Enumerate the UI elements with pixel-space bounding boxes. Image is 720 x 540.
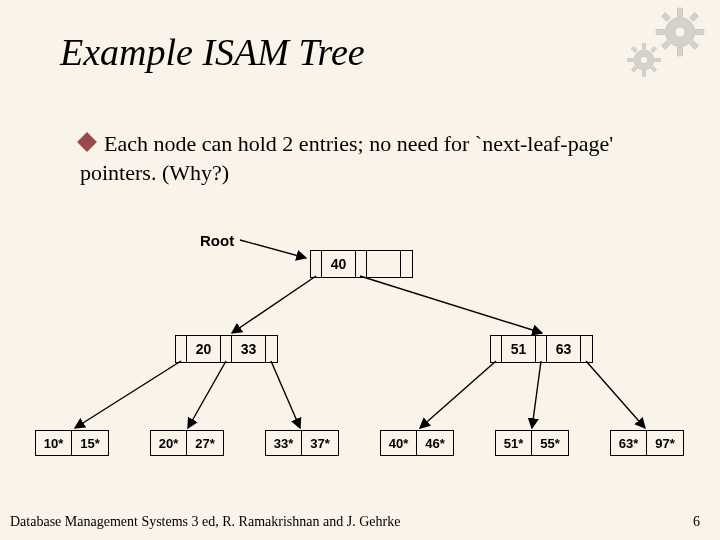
key-cell: 63 <box>547 336 581 362</box>
data-cell: 15* <box>72 431 108 455</box>
svg-rect-5 <box>696 29 704 34</box>
svg-line-25 <box>271 361 300 428</box>
svg-rect-8 <box>690 13 699 22</box>
key-cell <box>367 251 401 277</box>
pointer-slot <box>401 251 412 277</box>
svg-line-28 <box>586 361 645 428</box>
footer-text: Database Management Systems 3 ed, R. Ram… <box>10 514 400 530</box>
svg-line-24 <box>188 361 226 428</box>
svg-rect-3 <box>677 48 682 56</box>
pointer-slot <box>176 336 187 362</box>
data-cell: 40* <box>381 431 417 455</box>
svg-point-11 <box>640 56 647 63</box>
data-cell: 10* <box>36 431 72 455</box>
data-cell: 51* <box>496 431 532 455</box>
tree-root-node: 40 <box>310 250 413 278</box>
tree-index-node: 51 63 <box>490 335 593 363</box>
data-cell: 97* <box>647 431 683 455</box>
data-cell: 27* <box>187 431 223 455</box>
bullet-item: Each node can hold 2 entries; no need fo… <box>80 130 640 187</box>
data-cell: 37* <box>302 431 338 455</box>
tree-leaf-node: 63* 97* <box>610 430 684 456</box>
pointer-slot <box>356 251 367 277</box>
data-cell: 55* <box>532 431 568 455</box>
key-cell: 20 <box>187 336 221 362</box>
svg-rect-16 <box>631 47 637 53</box>
svg-rect-12 <box>642 43 646 49</box>
svg-line-27 <box>532 361 541 428</box>
svg-rect-18 <box>651 47 657 53</box>
svg-rect-2 <box>677 8 682 16</box>
data-cell: 33* <box>266 431 302 455</box>
tree-leaf-node: 40* 46* <box>380 430 454 456</box>
tree-leaf-node: 33* 37* <box>265 430 339 456</box>
tree-leaf-node: 51* 55* <box>495 430 569 456</box>
slide: Example ISAM Tree Each node can hold 2 e… <box>0 0 720 540</box>
svg-line-21 <box>232 276 316 333</box>
svg-rect-14 <box>627 58 633 62</box>
tree-leaf-node: 20* 27* <box>150 430 224 456</box>
data-cell: 63* <box>611 431 647 455</box>
key-cell: 51 <box>502 336 536 362</box>
svg-line-20 <box>240 240 306 258</box>
svg-line-22 <box>360 276 542 333</box>
bullet-diamond-icon <box>77 132 97 152</box>
pointer-slot <box>221 336 232 362</box>
gear-icon <box>626 42 662 78</box>
svg-rect-15 <box>655 58 661 62</box>
pointer-slot <box>266 336 277 362</box>
svg-line-23 <box>75 361 181 428</box>
key-cell: 40 <box>322 251 356 277</box>
svg-rect-13 <box>642 71 646 77</box>
page-title: Example ISAM Tree <box>60 30 365 74</box>
svg-rect-6 <box>662 13 671 22</box>
pointer-slot <box>491 336 502 362</box>
pointer-slot <box>311 251 322 277</box>
pointer-slot <box>536 336 547 362</box>
tree-index-node: 20 33 <box>175 335 278 363</box>
page-number: 6 <box>693 514 700 530</box>
bullet-text: Each node can hold 2 entries; no need fo… <box>80 131 613 185</box>
data-cell: 20* <box>151 431 187 455</box>
tree-leaf-node: 10* 15* <box>35 430 109 456</box>
svg-line-26 <box>420 361 496 428</box>
svg-rect-4 <box>656 29 664 34</box>
data-cell: 46* <box>417 431 453 455</box>
root-label: Root <box>200 232 234 249</box>
pointer-slot <box>581 336 592 362</box>
svg-point-1 <box>675 27 685 37</box>
key-cell: 33 <box>232 336 266 362</box>
